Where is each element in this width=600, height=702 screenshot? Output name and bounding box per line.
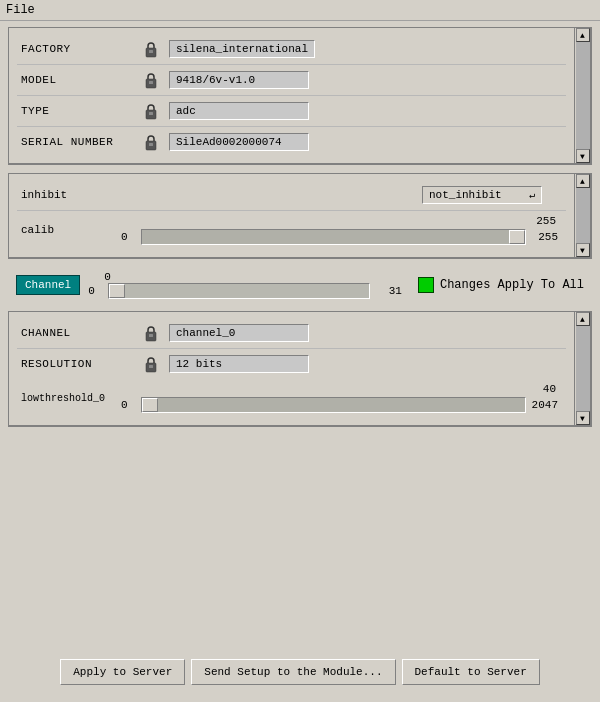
field-value: SileAd0002000074: [169, 133, 309, 151]
factory-scrollbar[interactable]: ▲ ▼: [574, 28, 590, 163]
channel-section: Channel 0 0 31 Changes Apply To All: [8, 267, 592, 303]
field-label: TYPE: [21, 105, 141, 117]
calib-slider[interactable]: [141, 229, 526, 245]
calib-min: 0: [121, 231, 137, 243]
channel-max: 31: [374, 285, 402, 297]
factory-field-row: SERIAL NUMBER SileAd0002000074: [17, 127, 566, 157]
lowthreshold-max: 2047: [530, 399, 558, 411]
bottom-buttons: Apply to Server Send Setup to the Module…: [8, 655, 592, 689]
inhibit-value: not_inhibit: [429, 189, 502, 201]
lowthreshold-slider-container: 40 0 2047: [121, 383, 558, 413]
field-label: MODEL: [21, 74, 141, 86]
svg-rect-5: [149, 112, 153, 115]
channel-detail-panel: CHANNEL channel_0 RESOLUTION 12 bits: [8, 311, 592, 427]
lock-icon: [141, 39, 161, 59]
scroll-up-btn[interactable]: ▲: [576, 28, 590, 42]
lock-icon: [141, 323, 161, 343]
field-label: CHANNEL: [21, 327, 141, 339]
lock-icon: [141, 70, 161, 90]
lowthreshold-label: lowthreshold_0: [21, 393, 121, 404]
scroll-down-btn[interactable]: ▼: [576, 149, 590, 163]
control-scroll-down[interactable]: ▼: [576, 243, 590, 257]
changes-indicator: Changes Apply To All: [418, 277, 584, 293]
field-value: silena_international: [169, 40, 315, 58]
field-value: channel_0: [169, 324, 309, 342]
lock-icon: [141, 354, 161, 374]
channel-scroll-track: [576, 326, 590, 411]
calib-max: 255: [530, 231, 558, 243]
field-value: adc: [169, 102, 309, 120]
channel-button[interactable]: Channel: [16, 275, 80, 295]
svg-rect-3: [149, 81, 153, 84]
apply-to-server-button[interactable]: Apply to Server: [60, 659, 185, 685]
channel-top-label: 0: [88, 271, 402, 283]
dropdown-arrow-icon: ↵: [529, 189, 535, 201]
control-scroll-up[interactable]: ▲: [576, 174, 590, 188]
factory-panel: FACTORY silena_international MODEL 9418/…: [8, 27, 592, 165]
menubar: File: [0, 0, 600, 21]
send-setup-button[interactable]: Send Setup to the Module...: [191, 659, 395, 685]
channel-slider[interactable]: [108, 283, 370, 299]
factory-field-row: FACTORY silena_international: [17, 34, 566, 65]
changes-label: Changes Apply To All: [440, 278, 584, 292]
inhibit-row: inhibit not_inhibit ↵: [17, 180, 566, 211]
svg-rect-9: [149, 334, 153, 337]
file-menu[interactable]: File: [6, 3, 35, 17]
inhibit-dropdown[interactable]: not_inhibit ↵: [422, 186, 542, 204]
inhibit-label: inhibit: [21, 189, 121, 201]
field-value: 12 bits: [169, 355, 309, 373]
lowthreshold-slider[interactable]: [141, 397, 526, 413]
calib-label: calib: [21, 224, 121, 236]
calib-slider-container: 255 0 255: [121, 215, 558, 245]
control-scroll-track: [576, 188, 590, 243]
field-value: 9418/6v-v1.0: [169, 71, 309, 89]
svg-rect-7: [149, 143, 153, 146]
factory-field-row: TYPE adc: [17, 96, 566, 127]
lowthreshold-row: lowthreshold_0 40 0 2047: [17, 379, 566, 419]
lowthreshold-min: 0: [121, 399, 137, 411]
default-to-server-button[interactable]: Default to Server: [402, 659, 540, 685]
field-label: RESOLUTION: [21, 358, 141, 370]
control-panel: inhibit not_inhibit ↵ calib 255 0: [8, 173, 592, 259]
control-scrollbar[interactable]: ▲ ▼: [574, 174, 590, 257]
lock-icon: [141, 132, 161, 152]
scroll-track: [576, 42, 590, 149]
calib-current-value: 255: [536, 215, 556, 227]
svg-rect-11: [149, 365, 153, 368]
channel-slider-wrapper: 0 0 31: [88, 271, 402, 299]
changes-green-indicator: [418, 277, 434, 293]
channel-min: 0: [88, 285, 104, 297]
channel-scrollbar[interactable]: ▲ ▼: [574, 312, 590, 425]
field-label: FACTORY: [21, 43, 141, 55]
lock-icon: [141, 101, 161, 121]
factory-field-row: MODEL 9418/6v-v1.0: [17, 65, 566, 96]
channel-scroll-down[interactable]: ▼: [576, 411, 590, 425]
svg-rect-1: [149, 50, 153, 53]
channel-field-row: RESOLUTION 12 bits: [17, 349, 566, 379]
calib-row: calib 255 0 255: [17, 211, 566, 251]
channel-scroll-up[interactable]: ▲: [576, 312, 590, 326]
field-label: SERIAL NUMBER: [21, 136, 141, 148]
lowthreshold-current: 40: [543, 383, 556, 395]
channel-field-row: CHANNEL channel_0: [17, 318, 566, 349]
